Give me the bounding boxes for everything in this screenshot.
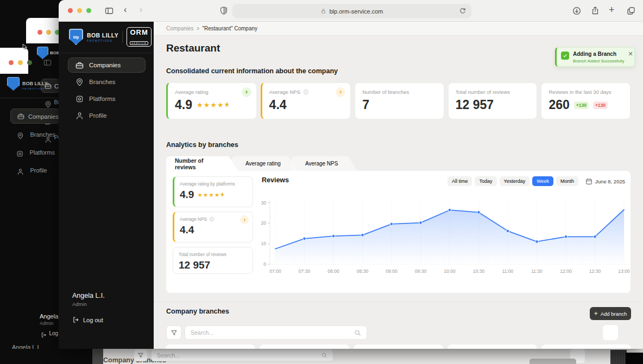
filter-today[interactable]: Today bbox=[475, 176, 496, 186]
bg-search-input[interactable] bbox=[157, 352, 317, 359]
filter-yesterday[interactable]: Yesterday bbox=[500, 176, 530, 186]
svg-text:11:30: 11:30 bbox=[531, 269, 543, 274]
summary-heading: Consolidated current information about t… bbox=[166, 67, 338, 75]
branch-card[interactable] bbox=[354, 344, 443, 349]
share-icon[interactable] bbox=[591, 6, 600, 15]
tab-overview-icon[interactable] bbox=[627, 7, 635, 15]
filter-all-time[interactable]: All time bbox=[447, 176, 472, 186]
privacy-shield-icon[interactable] bbox=[219, 5, 228, 16]
logout-button[interactable]: Log out bbox=[72, 316, 105, 323]
bg-list-view-button[interactable] bbox=[588, 352, 596, 361]
date-picker[interactable]: June 8, 2025 bbox=[585, 178, 625, 185]
user-block: Angela L.I. Admin Log out bbox=[72, 292, 105, 323]
bg-menu-item-companies: Companies bbox=[10, 108, 60, 124]
sidebar-item-branches[interactable]: Branches bbox=[68, 74, 146, 90]
star-rating: ★★★★★★ bbox=[197, 101, 231, 108]
toast-title: Adding a Branch bbox=[573, 51, 624, 57]
svg-text:09:30: 09:30 bbox=[415, 269, 427, 274]
analytics-tabs: Number of reviews Average rating Average… bbox=[166, 156, 351, 171]
glitch-artifact bbox=[610, 350, 627, 364]
sidebar-item-profile[interactable]: Profile bbox=[68, 108, 146, 123]
list-view-button[interactable] bbox=[621, 328, 629, 337]
close-button[interactable] bbox=[68, 8, 73, 13]
branch-card[interactable] bbox=[260, 344, 349, 349]
bg-brand-tagline: PROMOTIONS bbox=[22, 87, 45, 90]
summary-cards: Average rating 4.9★★★★★★ Average NPS 4.4… bbox=[166, 82, 631, 119]
calendar-icon bbox=[585, 178, 592, 185]
search-icon bbox=[321, 352, 327, 359]
bg-close-button[interactable] bbox=[9, 60, 14, 65]
filter-month[interactable]: Month bbox=[556, 176, 578, 186]
tab-number-of-reviews[interactable]: Number of reviews bbox=[166, 156, 238, 171]
branch-card[interactable] bbox=[447, 344, 537, 349]
branch-card[interactable] bbox=[541, 344, 631, 349]
logout-icon bbox=[72, 316, 79, 323]
minimize-button[interactable] bbox=[77, 8, 82, 13]
analytics-panel: Average rating by platforms 4.9★★★★★★ Av… bbox=[166, 171, 631, 293]
svg-text:11:00: 11:00 bbox=[502, 269, 514, 274]
branch-card[interactable] bbox=[166, 344, 255, 349]
card-reviews-30-days: Reviews in the last 30 days 260 +130 +13… bbox=[541, 82, 631, 119]
bg-strip bbox=[0, 349, 92, 364]
success-check-icon bbox=[561, 52, 569, 60]
negative-badge: +130 bbox=[593, 101, 608, 109]
toast-message: Branch Added Successfully bbox=[573, 59, 624, 63]
svg-text:30: 30 bbox=[261, 200, 267, 206]
bg-minimize-button[interactable] bbox=[18, 60, 23, 65]
info-icon[interactable] bbox=[303, 89, 309, 95]
new-tab-icon[interactable]: + bbox=[609, 4, 615, 16]
branches-search-input[interactable] bbox=[191, 329, 350, 336]
chart-title: Reviews bbox=[262, 176, 289, 184]
add-branch-button[interactable]: + Add branch bbox=[590, 307, 631, 320]
bg-window-c-titlebar[interactable] bbox=[0, 48, 28, 74]
breadcrumb: Companies > "Restaurant" Company bbox=[154, 22, 643, 36]
url-text: blp.orm-service.com bbox=[329, 8, 383, 15]
brand-name: BOB LILLY bbox=[87, 32, 118, 39]
search-icon bbox=[354, 329, 361, 336]
sidebar-menu: Companies Branches Platforms Profile bbox=[68, 58, 146, 125]
panel-card-total-reviews: Total number of reviews 12 957 bbox=[173, 247, 253, 274]
refresh-icon[interactable] bbox=[459, 7, 467, 15]
bg-user-role: Admin bbox=[40, 321, 60, 326]
bg-window-b-titlebar[interactable] bbox=[26, 18, 60, 43]
bg-menu-item-platforms: Platforms bbox=[16, 149, 55, 158]
branches-heading: Company branches bbox=[166, 308, 229, 315]
sidebar-item-label: Platforms bbox=[89, 95, 116, 102]
forward-button[interactable]: › bbox=[140, 5, 142, 15]
svg-text:10: 10 bbox=[261, 241, 267, 246]
orm-service-logo: ORM SERVICE bbox=[127, 27, 152, 47]
sidebar-toggle-icon[interactable] bbox=[104, 7, 114, 15]
address-bar[interactable]: blp.orm-service.com bbox=[232, 4, 471, 18]
time-filters: All time Today Yesterday Week Month June… bbox=[447, 176, 625, 186]
bg-filter-button[interactable] bbox=[134, 349, 148, 361]
browser-toolbar: ‹ › blp.orm-service.com + bbox=[59, 0, 643, 22]
bg-search-field[interactable] bbox=[151, 349, 333, 361]
lock-icon bbox=[320, 8, 326, 14]
downloads-icon[interactable] bbox=[572, 7, 581, 15]
zoom-button[interactable] bbox=[86, 8, 91, 13]
branches-search-field[interactable] bbox=[185, 325, 367, 340]
section-divider bbox=[154, 302, 643, 302]
screen: BOB LILLY Companies Branches Platforms P… bbox=[0, 0, 643, 364]
card-total-reviews: Total number of reviews 12 957 bbox=[448, 82, 538, 119]
tab-average-nps[interactable]: Average NPS bbox=[291, 156, 357, 171]
bg-divider bbox=[0, 98, 60, 98]
card-average-nps: Average NPS 4.4 bbox=[261, 82, 351, 119]
bg-minimize-button[interactable] bbox=[46, 30, 51, 35]
svg-text:10:00: 10:00 bbox=[444, 269, 456, 274]
back-button[interactable]: ‹ bbox=[124, 5, 127, 15]
branch-cards-row bbox=[166, 344, 631, 349]
breadcrumb-root[interactable]: Companies bbox=[166, 25, 194, 31]
filter-button[interactable] bbox=[166, 325, 181, 340]
sidebar-item-platforms[interactable]: Platforms bbox=[68, 91, 146, 106]
info-icon[interactable] bbox=[209, 216, 215, 222]
tab-average-rating[interactable]: Average rating bbox=[231, 156, 298, 171]
bg-close-button[interactable] bbox=[37, 30, 42, 35]
sidebar-item-label: Branches bbox=[89, 79, 116, 85]
toast-close-icon[interactable]: ✕ bbox=[628, 51, 633, 57]
plus-icon: + bbox=[594, 310, 598, 317]
sidebar-item-companies[interactable]: Companies bbox=[68, 58, 146, 73]
main-content: Restaurant Adding a Branch Branch Added … bbox=[154, 36, 643, 349]
filter-week[interactable]: Week bbox=[532, 176, 553, 186]
grid-view-button[interactable] bbox=[603, 325, 618, 340]
